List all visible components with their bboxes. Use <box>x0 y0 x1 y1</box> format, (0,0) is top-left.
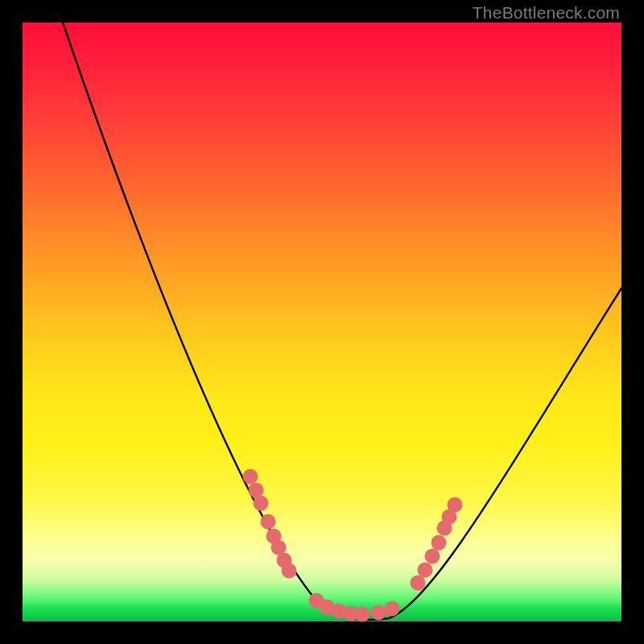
highlight-dot <box>385 601 400 617</box>
highlight-dot <box>371 605 386 621</box>
bottleneck-curve <box>63 23 621 620</box>
highlight-dot <box>425 549 440 564</box>
chart-frame: TheBottleneck.com <box>0 0 644 644</box>
highlight-dot <box>254 496 269 511</box>
highlight-dots-group <box>243 469 463 622</box>
highlight-dot <box>418 563 433 578</box>
watermark-text: TheBottleneck.com <box>473 3 620 23</box>
highlight-dot <box>261 514 276 530</box>
highlight-dot <box>431 535 447 551</box>
highlight-dot <box>243 469 258 485</box>
highlight-dot <box>355 607 370 622</box>
curve-layer <box>23 23 621 621</box>
highlight-dot <box>411 576 426 591</box>
highlight-dot <box>448 497 463 513</box>
highlight-dot <box>282 564 297 579</box>
plot-area <box>23 23 621 621</box>
